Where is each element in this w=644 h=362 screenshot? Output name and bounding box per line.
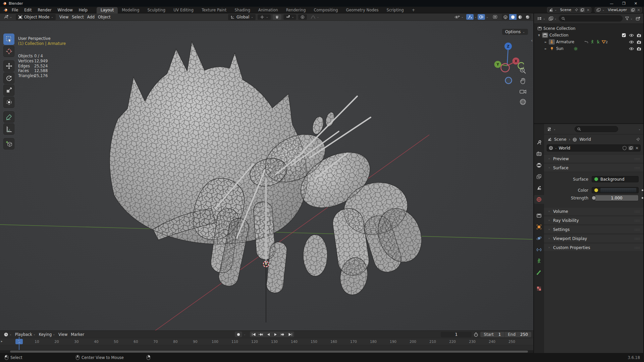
properties-tab-world[interactable] bbox=[534, 195, 544, 204]
tool-add-cube[interactable] bbox=[3, 138, 14, 149]
current-frame-field[interactable]: 1 bbox=[441, 332, 472, 337]
breadcrumb-world[interactable]: World bbox=[579, 137, 591, 142]
viewport-3d[interactable]: User Perspective (1) Collection | Armatu… bbox=[0, 21, 533, 330]
tab-rendering[interactable]: Rendering bbox=[282, 7, 310, 13]
view-layer-selector[interactable]: ⌄ ViewLayer ✕ bbox=[595, 7, 642, 13]
maximize-button[interactable]: ❐ bbox=[622, 1, 626, 6]
outliner-row-sun[interactable]: ► Sun bbox=[534, 45, 643, 52]
menu-edit[interactable]: Edit bbox=[21, 7, 35, 13]
breadcrumb-scene[interactable]: Scene bbox=[554, 137, 567, 142]
timeline-scrollbar-thumb[interactable] bbox=[10, 351, 528, 353]
collection-checkbox[interactable] bbox=[622, 33, 626, 37]
gizmos-toggle[interactable] bbox=[466, 14, 474, 20]
panel-settings-header[interactable]: › Settings :::: bbox=[544, 225, 643, 234]
panel-ray-visibility-header[interactable]: › Ray Visibility :::: bbox=[544, 216, 643, 225]
jump-to-end-button[interactable] bbox=[287, 331, 294, 337]
properties-tab-scene[interactable] bbox=[534, 184, 544, 192]
properties-options-dropdown[interactable]: ⌄ bbox=[638, 128, 641, 131]
outliner-row-armature[interactable]: ► Armature bbox=[534, 39, 643, 45]
timeline-expand-chevron[interactable]: ▸ bbox=[1, 340, 3, 343]
expand-triangle-icon[interactable]: ► bbox=[544, 47, 547, 50]
unlink-scene-button[interactable]: ✕ bbox=[586, 8, 590, 12]
outliner-search-input[interactable] bbox=[559, 15, 623, 21]
tab-geometry-nodes[interactable]: Geometry Nodes bbox=[342, 7, 383, 13]
next-keyframe-button[interactable] bbox=[279, 331, 287, 337]
animate-strength-dot[interactable] bbox=[642, 197, 643, 199]
play-button[interactable] bbox=[272, 331, 279, 337]
options-button[interactable]: Options ⌄ bbox=[502, 29, 528, 35]
properties-tab-constraints[interactable] bbox=[534, 245, 544, 254]
pin-icon[interactable] bbox=[575, 8, 578, 12]
playhead-line[interactable] bbox=[19, 337, 19, 350]
scene-selector[interactable]: ⌄ Scene ✕ bbox=[547, 7, 591, 13]
close-button[interactable]: ✕ bbox=[634, 1, 637, 6]
render-camera-icon[interactable] bbox=[637, 34, 641, 37]
color-swatch[interactable] bbox=[600, 188, 636, 192]
tab-sculpting[interactable]: Sculpting bbox=[143, 7, 169, 13]
tool-transform[interactable] bbox=[3, 97, 14, 108]
menu-object[interactable]: Object bbox=[96, 14, 112, 20]
expand-triangle-icon[interactable]: ▼ bbox=[537, 34, 541, 37]
sidebar-collapse-arrow[interactable]: ‹ bbox=[531, 38, 533, 43]
tab-scripting[interactable]: Scripting bbox=[383, 7, 408, 13]
tab-layout[interactable]: Layout bbox=[97, 7, 118, 13]
hide-eye-icon[interactable] bbox=[629, 47, 634, 51]
pin-icon[interactable] bbox=[636, 137, 640, 141]
tool-annotate[interactable] bbox=[3, 111, 14, 123]
timeline-scrollbar[interactable] bbox=[0, 350, 533, 353]
properties-tab-output[interactable] bbox=[534, 161, 544, 170]
expand-triangle-icon[interactable]: ► bbox=[544, 41, 547, 44]
timeline-track-area[interactable] bbox=[0, 345, 533, 350]
hide-eye-icon[interactable] bbox=[629, 40, 634, 44]
play-reverse-button[interactable] bbox=[265, 331, 272, 337]
minimize-button[interactable]: — bbox=[610, 1, 613, 6]
tool-scale[interactable] bbox=[3, 84, 14, 96]
editor-type-button[interactable]: ⌄ bbox=[2, 14, 14, 19]
shading-solid-button[interactable] bbox=[509, 14, 517, 20]
render-camera-icon[interactable] bbox=[637, 40, 641, 44]
auto-keying-dropdown[interactable]: ⌄ bbox=[244, 333, 246, 336]
properties-editor-type-button[interactable]: ⌄ bbox=[547, 127, 556, 132]
new-view-layer-button[interactable] bbox=[630, 8, 636, 12]
frame-end-field[interactable]: End 250 bbox=[504, 332, 531, 337]
unlink-world-button[interactable]: ✕ bbox=[635, 146, 639, 150]
panel-drag-grip[interactable]: :::: bbox=[635, 210, 640, 213]
remove-view-layer-button[interactable]: ✕ bbox=[637, 8, 640, 12]
outliner-row-scene-collection[interactable]: Scene Collection bbox=[534, 25, 643, 32]
panel-drag-grip[interactable]: :::: bbox=[635, 219, 640, 222]
overlays-dropdown[interactable]: ⌄ bbox=[486, 15, 488, 18]
panel-preview-header[interactable]: › Preview :::: bbox=[544, 155, 643, 163]
tab-uv-editing[interactable]: UV Editing bbox=[169, 7, 198, 13]
zoom-button[interactable] bbox=[519, 67, 527, 74]
shading-wireframe-button[interactable] bbox=[502, 14, 509, 20]
properties-tab-object-data[interactable] bbox=[534, 257, 544, 265]
jump-to-start-button[interactable] bbox=[250, 331, 257, 337]
menu-window[interactable]: Window bbox=[54, 7, 75, 13]
mode-selector[interactable]: Object Mode ⌄ bbox=[16, 14, 56, 20]
pivot-point-selector[interactable]: ⌄ bbox=[258, 14, 271, 20]
strength-slider[interactable]: 1.000 bbox=[595, 195, 639, 201]
panel-surface-header[interactable]: › Surface :::: bbox=[544, 164, 643, 172]
gizmo-x-negative[interactable] bbox=[501, 64, 509, 72]
shading-rendered-button[interactable] bbox=[524, 14, 531, 20]
surface-shader-field[interactable]: Background bbox=[592, 176, 639, 182]
render-camera-icon[interactable] bbox=[637, 47, 641, 51]
world-datablock-field[interactable]: ⌄ World ✕ bbox=[547, 144, 641, 152]
menu-keying[interactable]: Keying⌄ bbox=[37, 332, 57, 337]
timeline-editor-type-button[interactable]: ⌄ bbox=[2, 332, 13, 337]
outliner-filter-button[interactable]: ⌄ bbox=[624, 16, 633, 21]
add-workspace-button[interactable]: + bbox=[408, 7, 419, 13]
tab-modeling[interactable]: Modeling bbox=[118, 7, 143, 13]
prev-keyframe-button[interactable] bbox=[257, 331, 265, 337]
tab-texture-paint[interactable]: Texture Paint bbox=[198, 7, 230, 13]
menu-render[interactable]: Render bbox=[35, 7, 55, 13]
menu-help[interactable]: Help bbox=[76, 7, 91, 13]
camera-view-button[interactable] bbox=[519, 88, 527, 95]
tool-cursor[interactable] bbox=[3, 46, 14, 57]
panel-viewport-display-header[interactable]: › Viewport Display :::: bbox=[544, 234, 643, 243]
properties-tab-bone[interactable] bbox=[534, 268, 544, 277]
tab-animation[interactable]: Animation bbox=[254, 7, 282, 13]
menu-select[interactable]: Select bbox=[70, 14, 85, 20]
fake-user-shield-icon[interactable] bbox=[623, 146, 627, 150]
new-scene-button[interactable] bbox=[580, 8, 585, 12]
